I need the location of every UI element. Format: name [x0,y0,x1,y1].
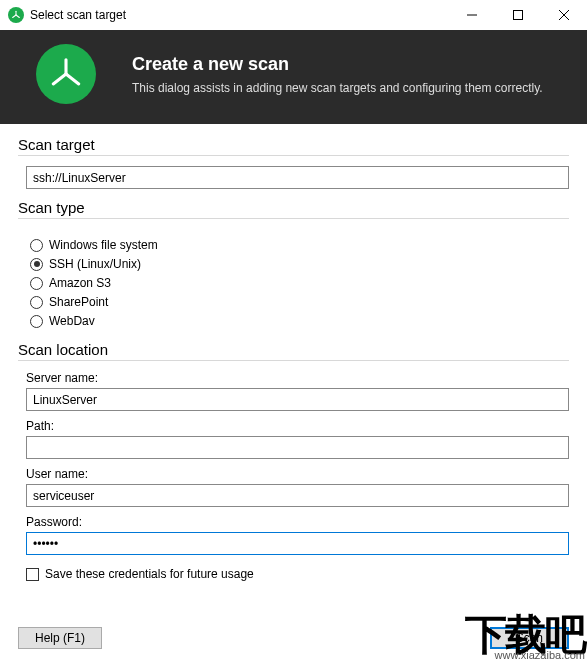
minimize-button[interactable] [449,0,495,30]
radio-windows-file-system[interactable]: Windows file system [30,238,569,252]
scan-type-group: Windows file system SSH (Linux/Unix) Ama… [18,229,569,341]
password-label: Password: [26,515,569,529]
window-controls [449,0,587,30]
svg-line-8 [66,74,79,84]
close-icon [559,10,569,20]
scan-type-heading: Scan type [18,199,569,216]
radio-label: SharePoint [49,295,108,309]
divider [18,360,569,361]
radio-icon [30,296,43,309]
user-name-input[interactable] [26,484,569,507]
maximize-button[interactable] [495,0,541,30]
app-logo-icon [8,7,24,23]
password-input[interactable] [26,532,569,555]
minimize-icon [467,10,477,20]
svg-rect-4 [514,11,523,20]
radio-ssh[interactable]: SSH (Linux/Unix) [30,257,569,271]
radio-icon [30,277,43,290]
scan-location-heading: Scan location [18,341,569,358]
scan-target-input[interactable] [26,166,569,189]
maximize-icon [513,10,523,20]
radio-label: WebDav [49,314,95,328]
path-input[interactable] [26,436,569,459]
server-name-label: Server name: [26,371,569,385]
watermark-url: www.xiazaiba.com [465,649,585,661]
radio-label: Amazon S3 [49,276,111,290]
svg-line-1 [16,15,19,18]
user-name-label: User name: [26,467,569,481]
checkbox-icon [26,568,39,581]
divider [18,155,569,156]
radio-icon [30,315,43,328]
help-button[interactable]: Help (F1) [18,627,102,649]
radio-amazon-s3[interactable]: Amazon S3 [30,276,569,290]
titlebar: Select scan target [0,0,587,30]
header-subtitle: This dialog assists in adding new scan t… [132,81,543,95]
svg-line-2 [13,15,16,18]
checkbox-label: Save these credentials for future usage [45,567,254,581]
radio-webdav[interactable]: WebDav [30,314,569,328]
dialog-header: Create a new scan This dialog assists in… [0,30,587,124]
header-title: Create a new scan [132,54,543,75]
save-credentials-checkbox[interactable]: Save these credentials for future usage [18,567,569,581]
radio-label: SSH (Linux/Unix) [49,257,141,271]
window-title: Select scan target [30,8,126,22]
radio-icon [30,258,43,271]
divider [18,218,569,219]
radio-sharepoint[interactable]: SharePoint [30,295,569,309]
close-button[interactable] [541,0,587,30]
path-label: Path: [26,419,569,433]
scan-target-heading: Scan target [18,136,569,153]
scan-button[interactable]: Scan [490,627,569,649]
dialog-footer: Help (F1) Scan [18,627,569,649]
server-name-input[interactable] [26,388,569,411]
radio-icon [30,239,43,252]
svg-line-9 [53,74,66,84]
header-logo-icon [36,44,96,104]
radio-label: Windows file system [49,238,158,252]
